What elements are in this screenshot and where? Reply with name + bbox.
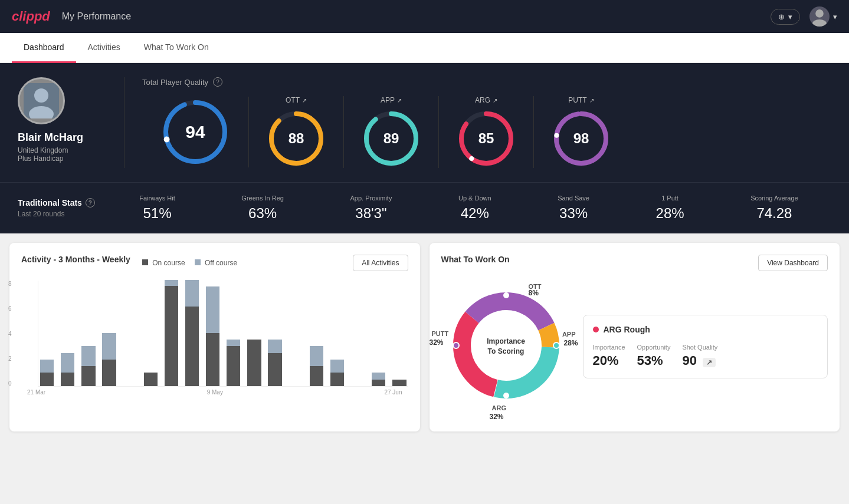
off-course-bar bbox=[227, 340, 240, 346]
arg-segment-label: ARG bbox=[492, 404, 506, 411]
off-course-bar bbox=[81, 346, 95, 366]
tpq-help-icon[interactable]: ? bbox=[213, 77, 222, 87]
off-course-bar bbox=[40, 360, 54, 373]
arg-arrow: ↗ bbox=[493, 97, 497, 104]
bar-stack bbox=[287, 280, 304, 386]
on-course-dot bbox=[142, 259, 148, 265]
app-segment-label: APP bbox=[562, 331, 576, 338]
player-handicap: Plus Handicap bbox=[18, 154, 63, 163]
svg-point-25 bbox=[453, 342, 459, 348]
all-activities-button[interactable]: All Activities bbox=[353, 255, 408, 271]
stat-name: Up & Down bbox=[458, 195, 491, 202]
bar-stack bbox=[225, 280, 242, 386]
off-course-dot bbox=[195, 259, 201, 265]
on-course-bar bbox=[372, 380, 385, 386]
on-course-bar bbox=[144, 373, 158, 386]
ott-label: OTT ↗ bbox=[286, 96, 307, 104]
detail-opportunity: Opportunity 53% bbox=[637, 344, 671, 368]
bar-stack bbox=[204, 280, 221, 386]
arg-value: 85 bbox=[478, 130, 494, 147]
svg-point-23 bbox=[553, 342, 559, 348]
app-segment-value: 28% bbox=[563, 339, 578, 347]
on-course-bar bbox=[40, 373, 54, 386]
app-value: 89 bbox=[383, 130, 399, 147]
bar-stack bbox=[370, 280, 387, 386]
off-course-bar bbox=[372, 373, 385, 380]
wtwo-panel: What To Work On View Dashboard bbox=[430, 243, 840, 431]
activity-title: Activity - 3 Months - Weekly bbox=[21, 255, 130, 264]
bar-stack bbox=[391, 280, 408, 386]
view-dashboard-button[interactable]: View Dashboard bbox=[758, 255, 828, 271]
on-course-bar bbox=[206, 333, 219, 386]
plus-icon: ⊕ bbox=[778, 12, 785, 21]
player-info: Blair McHarg United Kingdom Plus Handica… bbox=[18, 77, 124, 168]
off-course-bar bbox=[310, 346, 323, 366]
ott-value: 88 bbox=[289, 130, 304, 147]
activity-header-left: Activity - 3 Months - Weekly On course O… bbox=[21, 255, 237, 271]
arg-label: ARG ↗ bbox=[475, 96, 497, 104]
detail-shot-quality: Shot Quality 90 ↗ bbox=[682, 344, 717, 368]
on-course-bar bbox=[268, 353, 281, 386]
bar-stack bbox=[100, 280, 117, 386]
tpq-title: Total Player Quality bbox=[142, 78, 208, 87]
stat-item: Sand Save33% bbox=[558, 195, 589, 222]
avatar-button[interactable]: ▾ bbox=[809, 6, 837, 27]
bar-group bbox=[267, 280, 284, 386]
donut-area: ImportanceTo Scoring bbox=[441, 281, 571, 413]
off-course-bar bbox=[206, 286, 219, 333]
chart-bars bbox=[38, 281, 408, 387]
tab-activities[interactable]: Activities bbox=[76, 33, 132, 63]
bar-stack bbox=[267, 280, 284, 386]
donut-center-text: ImportanceTo Scoring bbox=[487, 337, 525, 357]
trad-label: Traditional Stats ? bbox=[18, 198, 106, 207]
bar-stack bbox=[308, 280, 325, 386]
stat-name: Fairways Hit bbox=[139, 195, 175, 202]
on-course-bar bbox=[330, 373, 344, 386]
off-course-bar bbox=[165, 280, 178, 286]
stat-value: 38'3" bbox=[350, 205, 392, 222]
off-course-bar bbox=[268, 340, 281, 353]
score-total: 94 bbox=[142, 97, 249, 167]
stat-items: Fairways Hit51%Greens In Reg63%App. Prox… bbox=[106, 195, 831, 222]
stat-value: 74.28 bbox=[750, 205, 798, 222]
stat-item: 1 Putt28% bbox=[656, 195, 684, 222]
putt-segment-value: 32% bbox=[430, 338, 444, 347]
svg-point-1 bbox=[812, 19, 827, 27]
chart-legend: On course Off course bbox=[142, 259, 237, 267]
ott-arrow: ↗ bbox=[302, 97, 307, 104]
bar-group bbox=[142, 280, 159, 386]
trad-stats-section: Traditional Stats ? Last 20 rounds Fairw… bbox=[0, 182, 849, 233]
on-course-bar bbox=[247, 340, 261, 386]
wtwo-content: ImportanceTo Scoring OTT 8% APP 28% ARG … bbox=[441, 281, 828, 413]
detail-metrics: Importance 20% Opportunity 53% Shot Qual… bbox=[593, 344, 818, 368]
bar-stack bbox=[349, 280, 366, 386]
hero-section: Blair McHarg United Kingdom Plus Handica… bbox=[0, 63, 849, 182]
header-title: My Performance bbox=[62, 11, 131, 22]
putt-arrow: ↗ bbox=[589, 97, 594, 104]
bar-group bbox=[308, 280, 325, 386]
player-name: Blair McHarg bbox=[18, 131, 83, 144]
total-circle: 94 bbox=[160, 97, 231, 167]
chart-y-labels: 8 6 4 2 0 bbox=[8, 281, 12, 387]
trad-help-icon[interactable]: ? bbox=[86, 198, 95, 207]
bar-group bbox=[245, 280, 263, 386]
score-putt: PUTT ↗ 98 bbox=[534, 96, 628, 168]
activity-panel: Activity - 3 Months - Weekly On course O… bbox=[9, 243, 420, 431]
bar-group bbox=[163, 280, 180, 386]
stat-item: Fairways Hit51% bbox=[139, 195, 175, 222]
legend-on-course: On course bbox=[142, 259, 185, 267]
stat-item: App. Proximity38'3" bbox=[350, 195, 392, 222]
on-course-bar bbox=[81, 366, 95, 386]
tab-what-to-work-on[interactable]: What To Work On bbox=[132, 33, 221, 63]
score-ott: OTT ↗ 88 bbox=[249, 96, 344, 168]
putt-circle: 98 bbox=[552, 109, 611, 168]
bar-stack bbox=[163, 280, 180, 386]
add-button[interactable]: ⊕ ▾ bbox=[771, 9, 800, 25]
opportunity-value: 53% bbox=[637, 353, 671, 368]
svg-point-3 bbox=[34, 88, 48, 103]
player-country: United Kingdom bbox=[18, 146, 68, 154]
bar-group bbox=[80, 280, 97, 386]
player-avatar-image bbox=[24, 83, 59, 118]
tab-dashboard[interactable]: Dashboard bbox=[12, 33, 76, 63]
on-course-bar bbox=[392, 380, 406, 386]
